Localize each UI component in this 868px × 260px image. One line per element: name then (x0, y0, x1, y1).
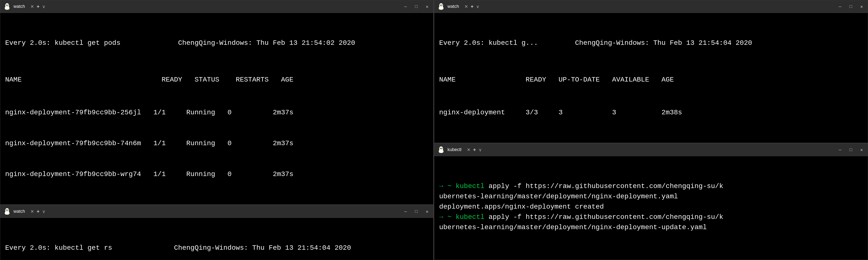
watch-header-bottom-left: Every 2.0s: kubectl get rs ChengQing-Win… (5, 243, 428, 253)
tab-close-bottom-left[interactable]: ✕ (30, 209, 34, 214)
tab-chevron-top-right[interactable]: ∨ (476, 4, 479, 9)
terminal-line: → ~ kubectl apply -f https://raw.githubu… (439, 212, 863, 222)
window-close-btn-top-right[interactable]: ✕ (859, 3, 865, 10)
svg-point-26 (439, 151, 440, 153)
terminal-window-bottom-right: kubectl ✕ + ∨ — □ ✕ → ~ kubectl apply -f… (434, 143, 868, 260)
table-header-top-left: NAME READY STATUS RESTARTS AGE (5, 75, 428, 85)
linux-icon-top-right (437, 3, 445, 10)
linux-icon-bottom-left (3, 207, 11, 216)
watch-header-top-right: Every 2.0s: kubectl g... ChengQing-Windo… (439, 38, 863, 48)
maximize-btn-bottom-right[interactable]: □ (848, 147, 854, 153)
table-header-top-right: NAME READY UP-TO-DATE AVAILABLE AGE (439, 75, 863, 85)
title-bar-left-bottom: watch ✕ + ∨ (3, 207, 402, 216)
terminal-content-bottom-right: → ~ kubectl apply -f https://raw.githubu… (434, 156, 868, 260)
terminal-line: ubernetes-learning/master/deployment/ngi… (439, 191, 863, 202)
linux-icon-bottom-right (437, 146, 445, 154)
terminal-content-top-left: Every 2.0s: kubectl get pods ChengQing-W… (0, 13, 433, 204)
window-close-btn-bottom-left[interactable]: ✕ (424, 208, 430, 215)
svg-point-6 (8, 8, 9, 9)
title-bar-bottom-left: watch ✕ + ∨ — □ ✕ (0, 205, 433, 218)
tab-chevron-top-left[interactable]: ∨ (42, 4, 45, 9)
add-tab-btn-top-left[interactable]: + (36, 3, 40, 10)
terminal-line: → ~ kubectl apply -f https://raw.githubu… (439, 181, 863, 191)
terminal-content-top-right: Every 2.0s: kubectl g... ChengQing-Windo… (434, 13, 868, 143)
terminal-window-bottom-left: watch ✕ + ∨ — □ ✕ Every 2.0s: kubectl ge… (0, 205, 434, 260)
tab-title-top-left: watch (13, 4, 25, 9)
maximize-btn-top-left[interactable]: □ (413, 3, 420, 10)
svg-point-3 (7, 5, 8, 6)
svg-point-20 (442, 8, 443, 9)
tab-title-bottom-right: kubectl (447, 147, 461, 152)
svg-point-13 (8, 213, 9, 215)
tab-close-top-left[interactable]: ✕ (30, 4, 34, 9)
tab-close-top-right[interactable]: ✕ (464, 4, 468, 9)
svg-point-23 (440, 148, 441, 149)
window-close-btn-top-left[interactable]: ✕ (424, 3, 430, 10)
svg-point-27 (442, 151, 443, 153)
minimize-btn-bottom-left[interactable]: — (402, 208, 409, 215)
svg-point-17 (441, 5, 442, 6)
main-container: watch ✕ + ∨ — □ ✕ Every 2.0s: kubectl ge… (0, 0, 868, 260)
svg-point-11 (6, 211, 8, 212)
svg-point-16 (440, 5, 441, 6)
watch-header-top-left: Every 2.0s: kubectl get pods ChengQing-W… (5, 38, 428, 48)
table-row-1-top-left: nginx-deployment-79fb9cc9bb-74n6m 1/1 Ru… (5, 138, 428, 149)
terminal-content-bottom-left: Every 2.0s: kubectl get rs ChengQing-Win… (0, 218, 433, 260)
minimize-btn-top-right[interactable]: — (837, 3, 843, 10)
table-row-0-top-left: nginx-deployment-79fb9cc9bb-256jl 1/1 Ru… (5, 107, 428, 118)
terminal-window-top-right: watch ✕ + ∨ — □ ✕ Every 2.0s: kubectl g.… (434, 0, 868, 143)
minimize-btn-top-left[interactable]: — (402, 3, 409, 10)
title-bar-left-bottom-right: kubectl ✕ + ∨ (437, 146, 837, 154)
title-bar-top-left: watch ✕ + ∨ — □ ✕ (0, 0, 433, 13)
right-column: watch ✕ + ∨ — □ ✕ Every 2.0s: kubectl g.… (434, 0, 868, 260)
maximize-btn-bottom-left[interactable]: □ (413, 208, 420, 215)
minimize-btn-bottom-right[interactable]: — (837, 147, 843, 153)
terminal-line: deployment.apps/nginx-deployment created (439, 202, 863, 212)
title-bar-left-top-right: watch ✕ + ∨ (437, 3, 837, 10)
tab-close-bottom-right[interactable]: ✕ (467, 147, 470, 153)
linux-icon (3, 3, 11, 10)
svg-point-9 (6, 209, 7, 210)
terminal-window-top-left: watch ✕ + ∨ — □ ✕ Every 2.0s: kubectl ge… (0, 0, 434, 205)
maximize-btn-top-right[interactable]: □ (848, 3, 854, 10)
tab-chevron-bottom-left[interactable]: ∨ (42, 209, 45, 214)
win-controls-bottom-left: — □ ✕ (402, 208, 430, 215)
svg-point-10 (7, 209, 8, 210)
svg-point-18 (440, 6, 442, 7)
svg-point-19 (439, 8, 440, 9)
win-controls-bottom-right: — □ ✕ (837, 147, 865, 153)
title-bar-top-right: watch ✕ + ∨ — □ ✕ (434, 0, 868, 13)
left-column: watch ✕ + ∨ — □ ✕ Every 2.0s: kubectl ge… (0, 0, 434, 260)
add-tab-btn-bottom-left[interactable]: + (36, 208, 40, 215)
svg-point-25 (440, 149, 442, 150)
add-tab-btn-top-right[interactable]: + (470, 3, 474, 10)
table-row-0-top-right: nginx-deployment 3/3 3 3 2m38s (439, 107, 863, 118)
win-controls-top-right: — □ ✕ (837, 3, 865, 10)
svg-point-12 (5, 213, 6, 215)
window-close-btn-bottom-right[interactable]: ✕ (859, 147, 865, 153)
terminal-line: ubernetes-learning/master/deployment/ngi… (439, 222, 863, 233)
svg-point-2 (6, 5, 7, 6)
tab-title-bottom-left: watch (13, 209, 25, 214)
add-tab-btn-bottom-right[interactable]: + (473, 147, 476, 153)
svg-point-5 (5, 8, 6, 9)
svg-point-4 (6, 6, 8, 7)
title-bar-bottom-right: kubectl ✕ + ∨ — □ ✕ (434, 143, 868, 156)
table-row-2-top-left: nginx-deployment-79fb9cc9bb-wrg74 1/1 Ru… (5, 169, 428, 180)
svg-point-24 (441, 148, 442, 149)
win-controls-top-left: — □ ✕ (402, 3, 430, 10)
tab-title-top-right: watch (447, 4, 459, 9)
tab-chevron-bottom-right[interactable]: ∨ (478, 147, 482, 153)
title-bar-left: watch ✕ + ∨ (3, 3, 402, 10)
